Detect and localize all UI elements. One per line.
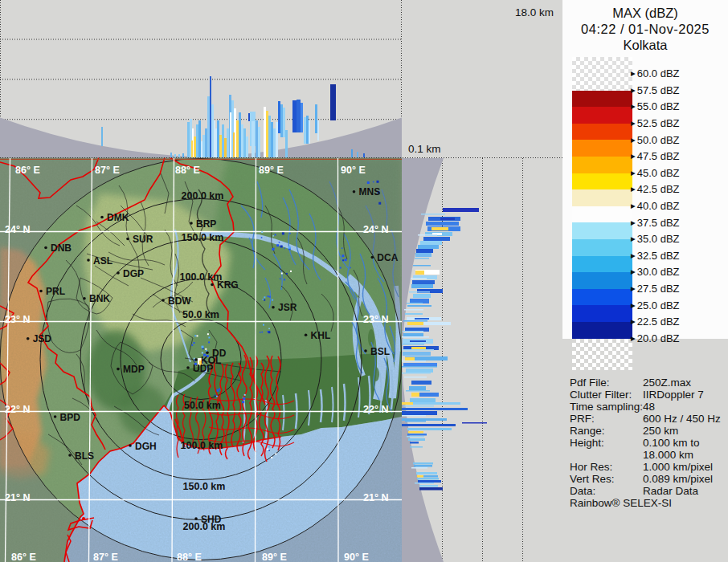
svg-text:86° E: 86° E bbox=[11, 552, 36, 562]
svg-text:MNS: MNS bbox=[359, 186, 381, 198]
svg-text:SUR: SUR bbox=[133, 234, 153, 245]
svg-text:BRP: BRP bbox=[196, 218, 216, 230]
svg-text:89° E: 89° E bbox=[262, 552, 287, 562]
svg-text:BDW: BDW bbox=[168, 295, 191, 307]
svg-text:200.0 km: 200.0 km bbox=[182, 190, 224, 202]
svg-text:87° E: 87° E bbox=[95, 165, 120, 176]
svg-text:150.0 km: 150.0 km bbox=[183, 481, 226, 492]
svg-text:22° N: 22° N bbox=[363, 404, 388, 415]
svg-text:ASL: ASL bbox=[93, 255, 112, 267]
svg-text:DCA: DCA bbox=[377, 252, 398, 263]
svg-text:50.0 km: 50.0 km bbox=[182, 309, 219, 320]
svg-text:21° N: 21° N bbox=[5, 492, 30, 503]
svg-text:88° E: 88° E bbox=[177, 552, 202, 562]
svg-text:UDP: UDP bbox=[193, 363, 213, 374]
svg-text:150.0 km: 150.0 km bbox=[182, 232, 224, 243]
svg-text:100.0 km: 100.0 km bbox=[181, 440, 223, 451]
svg-text:22° N: 22° N bbox=[5, 404, 30, 415]
svg-text:DGP: DGP bbox=[123, 268, 144, 279]
svg-text:JSR: JSR bbox=[278, 302, 297, 313]
svg-text:23° N: 23° N bbox=[363, 314, 388, 325]
svg-text:86° E: 86° E bbox=[15, 165, 40, 176]
svg-text:PRL: PRL bbox=[46, 286, 65, 297]
svg-text:24° N: 24° N bbox=[363, 224, 388, 235]
svg-text:23° N: 23° N bbox=[5, 314, 30, 325]
svg-text:90° E: 90° E bbox=[344, 552, 369, 562]
svg-text:21° N: 21° N bbox=[363, 492, 388, 503]
svg-text:BSL: BSL bbox=[370, 346, 390, 357]
svg-text:DNB: DNB bbox=[51, 242, 72, 254]
svg-text:24° N: 24° N bbox=[5, 224, 30, 235]
svg-text:KHL: KHL bbox=[311, 330, 331, 341]
svg-text:DMK: DMK bbox=[107, 212, 129, 223]
svg-text:89° E: 89° E bbox=[259, 165, 284, 176]
svg-text:MDP: MDP bbox=[123, 364, 145, 375]
svg-text:BPD: BPD bbox=[60, 412, 81, 423]
svg-text:DGH: DGH bbox=[135, 441, 157, 452]
svg-text:JSD: JSD bbox=[33, 333, 52, 344]
svg-text:KRG: KRG bbox=[217, 279, 239, 291]
svg-text:87° E: 87° E bbox=[93, 552, 118, 562]
svg-text:90° E: 90° E bbox=[341, 165, 366, 176]
svg-text:88° E: 88° E bbox=[175, 165, 200, 176]
svg-text:SHD: SHD bbox=[201, 514, 222, 525]
svg-text:50.0 km: 50.0 km bbox=[184, 400, 221, 411]
svg-text:100.0 km: 100.0 km bbox=[180, 271, 223, 283]
svg-text:BLS: BLS bbox=[75, 450, 94, 462]
svg-text:BNK: BNK bbox=[89, 293, 110, 304]
